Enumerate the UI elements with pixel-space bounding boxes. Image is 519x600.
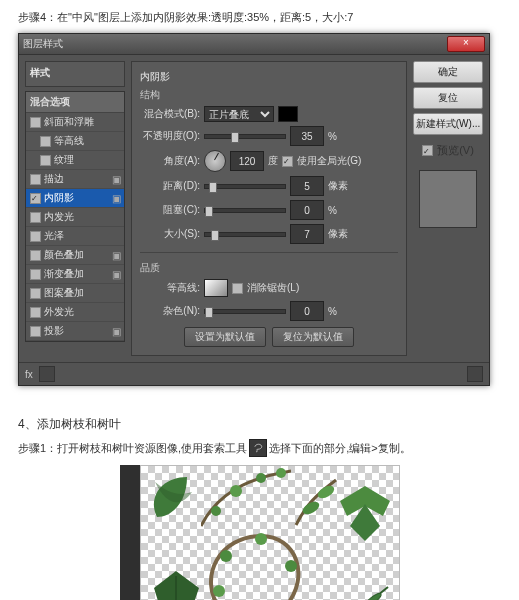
structure-label: 结构 — [140, 88, 398, 102]
effect-label: 渐变叠加 — [44, 267, 84, 281]
effect-checkbox[interactable] — [30, 326, 41, 337]
titlebar: 图层样式 × — [19, 34, 489, 55]
opacity-label: 不透明度(O): — [140, 129, 200, 143]
noise-input[interactable] — [290, 301, 324, 321]
svg-point-5 — [315, 483, 336, 501]
antialias-checkbox[interactable] — [232, 283, 243, 294]
reset-default-button[interactable]: 复位为默认值 — [272, 327, 354, 347]
global-light-checkbox[interactable] — [282, 156, 293, 167]
effect-item-4[interactable]: 内阴影▣ — [26, 189, 124, 208]
effect-checkbox[interactable] — [30, 269, 41, 280]
effect-item-6[interactable]: 光泽 — [26, 227, 124, 246]
effect-item-7[interactable]: 颜色叠加▣ — [26, 246, 124, 265]
distance-slider[interactable] — [204, 184, 286, 189]
effect-item-2[interactable]: 纹理 — [26, 151, 124, 170]
angle-label: 角度(A): — [140, 154, 200, 168]
svg-point-8 — [255, 533, 267, 545]
effect-checkbox[interactable] — [30, 193, 41, 204]
effect-checkbox[interactable] — [30, 231, 41, 242]
effect-item-11[interactable]: 投影▣ — [26, 322, 124, 341]
effect-item-8[interactable]: 渐变叠加▣ — [26, 265, 124, 284]
section4-step1: 步骤1：打开树枝和树叶资源图像,使用套索工具 选择下面的部分,编辑>复制。 — [18, 439, 501, 457]
svg-point-6 — [213, 585, 225, 597]
svg-point-7 — [220, 550, 232, 562]
cancel-button[interactable]: 复位 — [413, 87, 483, 109]
plus-icon[interactable]: ▣ — [112, 326, 121, 337]
ok-button[interactable]: 确定 — [413, 61, 483, 83]
preview-label: 预览(V) — [437, 143, 474, 158]
blend-mode-select[interactable]: 正片叠底 — [204, 106, 274, 122]
plus-icon[interactable]: ▣ — [112, 174, 121, 185]
svg-point-0 — [211, 506, 221, 516]
noise-label: 杂色(N): — [140, 304, 200, 318]
effect-item-3[interactable]: 描边▣ — [26, 170, 124, 189]
effect-checkbox[interactable] — [30, 250, 41, 261]
antialias-label: 消除锯齿(L) — [247, 281, 299, 295]
plus-icon[interactable]: ▣ — [112, 250, 121, 261]
size-label: 大小(S): — [140, 227, 200, 241]
ivy-icon — [149, 566, 204, 600]
effect-label: 斜面和浮雕 — [44, 115, 94, 129]
layer-style-dialog: 图层样式 × 样式 混合选项 斜面和浮雕等高线纹理描边▣内阴影▣内发光光泽颜色叠… — [18, 33, 490, 386]
distance-input[interactable] — [290, 176, 324, 196]
effect-item-5[interactable]: 内发光 — [26, 208, 124, 227]
effect-checkbox[interactable] — [40, 136, 51, 147]
svg-point-1 — [230, 485, 242, 497]
plus-icon[interactable]: ▣ — [112, 269, 121, 280]
close-icon[interactable]: × — [447, 36, 485, 52]
footer-icon[interactable] — [39, 366, 55, 382]
vine-circle-icon — [201, 521, 301, 600]
effect-label: 颜色叠加 — [44, 248, 84, 262]
opacity-slider[interactable] — [204, 134, 286, 139]
assets-image — [120, 465, 400, 600]
color-swatch[interactable] — [278, 106, 298, 122]
effect-label: 等高线 — [54, 134, 84, 148]
styles-header: 样式 — [30, 66, 120, 80]
global-light-label: 使用全局光(G) — [297, 154, 361, 168]
size-input[interactable] — [290, 224, 324, 244]
effect-checkbox[interactable] — [40, 155, 51, 166]
svg-point-3 — [276, 468, 286, 478]
angle-dial[interactable] — [204, 150, 226, 172]
blend-mode-label: 混合模式(B): — [140, 107, 200, 121]
effect-item-9[interactable]: 图案叠加 — [26, 284, 124, 303]
choke-label: 阻塞(C): — [140, 203, 200, 217]
effect-checkbox[interactable] — [30, 117, 41, 128]
effect-checkbox[interactable] — [30, 307, 41, 318]
panel-title: 内阴影 — [140, 70, 398, 84]
effect-item-1[interactable]: 等高线 — [26, 132, 124, 151]
choke-slider[interactable] — [204, 208, 286, 213]
contour-picker[interactable] — [204, 279, 228, 297]
leaf-icon — [335, 486, 395, 541]
fern-icon — [308, 582, 393, 600]
effect-item-10[interactable]: 外发光 — [26, 303, 124, 322]
opacity-input[interactable] — [290, 126, 324, 146]
angle-input[interactable] — [230, 151, 264, 171]
effect-checkbox[interactable] — [30, 212, 41, 223]
size-slider[interactable] — [204, 232, 286, 237]
svg-point-9 — [285, 560, 297, 572]
effect-checkbox[interactable] — [30, 288, 41, 299]
effect-label: 纹理 — [54, 153, 74, 167]
effect-item-0[interactable]: 斜面和浮雕 — [26, 113, 124, 132]
choke-input[interactable] — [290, 200, 324, 220]
effect-checkbox[interactable] — [30, 174, 41, 185]
distance-label: 距离(D): — [140, 179, 200, 193]
styles-box: 样式 — [25, 61, 125, 87]
effect-label: 外发光 — [44, 305, 74, 319]
make-default-button[interactable]: 设置为默认值 — [184, 327, 266, 347]
effects-list: 混合选项 斜面和浮雕等高线纹理描边▣内阴影▣内发光光泽颜色叠加▣渐变叠加▣图案叠… — [25, 91, 125, 342]
leaf-icon — [147, 472, 197, 522]
blend-options-header[interactable]: 混合选项 — [26, 92, 124, 113]
trash-icon[interactable] — [467, 366, 483, 382]
section4-heading: 4、添加树枝和树叶 — [18, 416, 501, 433]
effect-label: 内阴影 — [44, 191, 74, 205]
inner-shadow-panel: 内阴影 结构 混合模式(B): 正片叠底 不透明度(O): % 角度(A — [131, 61, 407, 356]
svg-point-2 — [256, 473, 266, 483]
preview-checkbox[interactable] — [422, 145, 433, 156]
new-style-button[interactable]: 新建样式(W)... — [413, 113, 483, 135]
plus-icon[interactable]: ▣ — [112, 193, 121, 204]
noise-slider[interactable] — [204, 309, 286, 314]
quality-label: 品质 — [140, 261, 398, 275]
effect-label: 投影 — [44, 324, 64, 338]
